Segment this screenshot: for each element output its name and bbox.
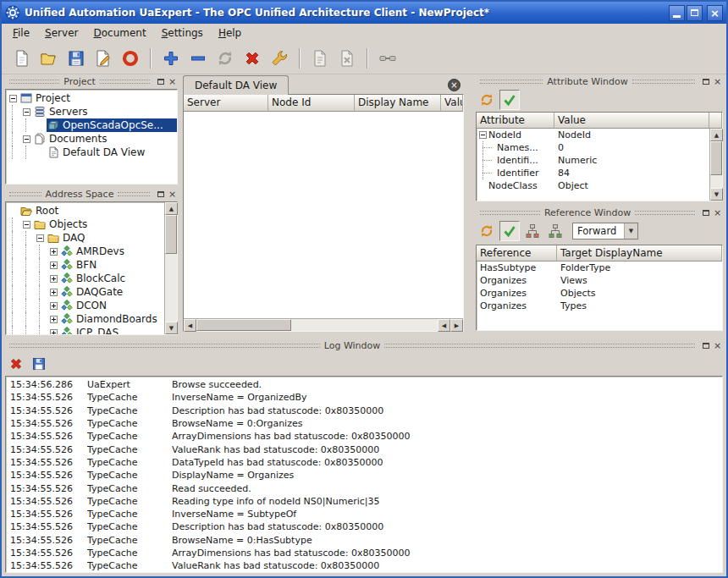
scroll-down-button[interactable]: ▼ xyxy=(710,188,723,201)
da-view-horizontal-scrollbar[interactable]: ◀ ◀ ▶ xyxy=(184,318,463,331)
log-row[interactable]: 15:34:55.526TypeCacheValueRank has bad s… xyxy=(6,443,722,455)
column-header-node-id[interactable]: Node Id xyxy=(268,95,355,112)
log-row[interactable]: 15:34:55.526TypeCacheBrowseName = 0:Orga… xyxy=(6,417,722,430)
tree-item[interactable]: Documents xyxy=(6,132,177,146)
scroll-up-button[interactable]: ▲ xyxy=(165,202,178,215)
log-row[interactable]: 15:34:55.526TypeCacheDisplayName = Organ… xyxy=(6,469,722,482)
server-settings-button[interactable] xyxy=(267,46,292,71)
tree-item[interactable]: DAQGate xyxy=(6,285,164,299)
expander-minus-icon[interactable] xyxy=(19,135,33,143)
log-row[interactable]: 15:34:55.526TypeCacheReading type info o… xyxy=(6,495,722,508)
log-window-float-button[interactable] xyxy=(700,340,711,351)
column-header-attr-value[interactable]: Value xyxy=(554,113,709,129)
expander-plus-icon[interactable] xyxy=(47,275,60,283)
attribute-row[interactable]: Names...0 xyxy=(477,141,709,154)
tree-item[interactable]: BlockCalc xyxy=(6,272,164,285)
tree-item[interactable]: Project xyxy=(6,91,177,105)
tree-item[interactable]: DiamondBoards xyxy=(6,312,164,326)
log-row[interactable]: 15:34:55.526TypeCacheInverseName = Organ… xyxy=(6,391,722,404)
scroll-right-button[interactable]: ▶ xyxy=(450,319,463,332)
reference-hierarchy-green-button[interactable] xyxy=(545,221,565,241)
menu-document[interactable]: Document xyxy=(85,25,153,41)
attribute-row[interactable]: NodeClassObject xyxy=(477,179,709,192)
scrollbar-track[interactable] xyxy=(710,175,722,188)
expander-plus-icon[interactable] xyxy=(47,248,60,256)
scroll-left-button[interactable]: ◀ xyxy=(184,319,196,332)
reference-row[interactable]: HasSubtypeFolderType xyxy=(477,261,722,274)
column-header-server[interactable]: Server xyxy=(184,95,268,112)
project-panel-close-button[interactable]: × xyxy=(167,76,178,87)
open-project-button[interactable] xyxy=(36,46,62,71)
scroll-down-button[interactable]: ▼ xyxy=(165,322,178,334)
attribute-window-close-button[interactable]: × xyxy=(712,76,723,87)
tab-default-da-view[interactable]: Default DA View xyxy=(183,75,289,95)
chevron-down-icon[interactable]: ▼ xyxy=(624,223,637,239)
tree-item[interactable]: ICP_DAS xyxy=(6,326,164,334)
scroll-up-button[interactable]: ▲ xyxy=(710,129,723,141)
tree-item[interactable]: AMRDevs xyxy=(6,245,164,258)
scrollbar-thumb[interactable] xyxy=(710,141,722,175)
disconnect-server-button[interactable] xyxy=(240,46,265,71)
quit-button[interactable] xyxy=(118,46,143,71)
attribute-window-float-button[interactable] xyxy=(700,76,711,87)
address-space-scrollbar[interactable]: ▲ ▼ xyxy=(164,202,177,334)
log-row[interactable]: 15:34:55.526TypeCacheDescription has bad… xyxy=(6,405,722,417)
expander-minus-icon[interactable] xyxy=(477,131,488,139)
scrollbar-thumb[interactable] xyxy=(196,319,291,331)
log-row[interactable]: 15:34:55.526TypeCacheDataTypeId has bad … xyxy=(6,456,722,469)
attribute-row[interactable]: Identifi...Numeric xyxy=(477,154,709,167)
reference-row[interactable]: OrganizesViews xyxy=(477,274,722,287)
expander-plus-icon[interactable] xyxy=(47,316,60,323)
log-row[interactable]: 15:34:55.526TypeCacheValueRank has bad s… xyxy=(6,559,722,572)
tree-item[interactable]: DCON xyxy=(6,299,164,312)
expander-plus-icon[interactable] xyxy=(47,329,60,335)
maximize-button[interactable] xyxy=(687,5,703,21)
reference-refresh-button[interactable] xyxy=(477,221,497,241)
tree-item[interactable]: BFN xyxy=(6,258,164,272)
menu-server[interactable]: Server xyxy=(37,25,85,41)
reference-direction-combo[interactable]: Forward ▼ xyxy=(572,223,638,239)
expander-plus-icon[interactable] xyxy=(47,261,60,269)
minimize-button[interactable] xyxy=(669,5,685,21)
log-row[interactable]: 15:34:55.526TypeCacheRead succeeded. xyxy=(6,482,722,494)
close-button[interactable]: × xyxy=(707,5,723,21)
expander-plus-icon[interactable] xyxy=(47,289,60,296)
reference-window-float-button[interactable] xyxy=(700,207,711,218)
log-row[interactable]: 15:34:55.526TypeCacheArrayDimensions has… xyxy=(6,547,722,559)
menu-settings[interactable]: Settings xyxy=(154,25,211,41)
add-server-button[interactable] xyxy=(158,46,184,71)
log-row[interactable]: 15:34:55.526TypeCacheDescription has bad… xyxy=(6,520,722,533)
expander-minus-icon[interactable] xyxy=(19,108,33,116)
scrollbar-thumb[interactable] xyxy=(165,215,177,254)
save-log-button[interactable] xyxy=(29,354,49,374)
edit-document-button[interactable] xyxy=(91,46,116,71)
tree-item[interactable]: OpenScadaOpcSe... xyxy=(6,118,177,132)
tree-item[interactable]: Objects xyxy=(6,217,164,231)
column-header-display-name[interactable]: Display Name xyxy=(355,95,441,112)
menu-file[interactable]: File xyxy=(5,25,37,41)
column-header-attribute[interactable]: Attribute xyxy=(477,113,554,129)
address-space-float-button[interactable] xyxy=(155,189,166,200)
remove-server-button[interactable] xyxy=(185,46,211,71)
clear-log-button[interactable] xyxy=(6,354,26,374)
log-window-close-button[interactable]: × xyxy=(712,340,723,351)
expander-minus-icon[interactable] xyxy=(33,234,47,242)
reference-auto-update-button[interactable] xyxy=(499,221,520,241)
column-header-target-displayname[interactable]: Target DisplayName xyxy=(557,245,722,261)
reference-hierarchy-button[interactable] xyxy=(522,221,543,241)
remove-document-button[interactable] xyxy=(334,46,360,71)
expander-plus-icon[interactable] xyxy=(47,302,60,310)
attribute-refresh-button[interactable] xyxy=(477,90,497,110)
reference-row[interactable]: OrganizesTypes xyxy=(477,300,722,312)
scrollbar-track[interactable] xyxy=(291,319,438,331)
column-header-value[interactable]: Value xyxy=(441,95,463,112)
address-space-close-button[interactable]: × xyxy=(167,189,178,200)
attribute-row[interactable]: NodeIdNodeId xyxy=(477,129,709,141)
menu-help[interactable]: Help xyxy=(211,25,249,41)
connection-button[interactable] xyxy=(375,46,400,71)
attribute-row[interactable]: Identifier84 xyxy=(477,167,709,179)
save-project-button[interactable] xyxy=(63,46,89,71)
reference-window-close-button[interactable]: × xyxy=(712,207,723,218)
add-document-button[interactable] xyxy=(307,46,333,71)
log-row[interactable]: 15:34:56.286UaExpertBrowse succeeded. xyxy=(6,378,722,391)
